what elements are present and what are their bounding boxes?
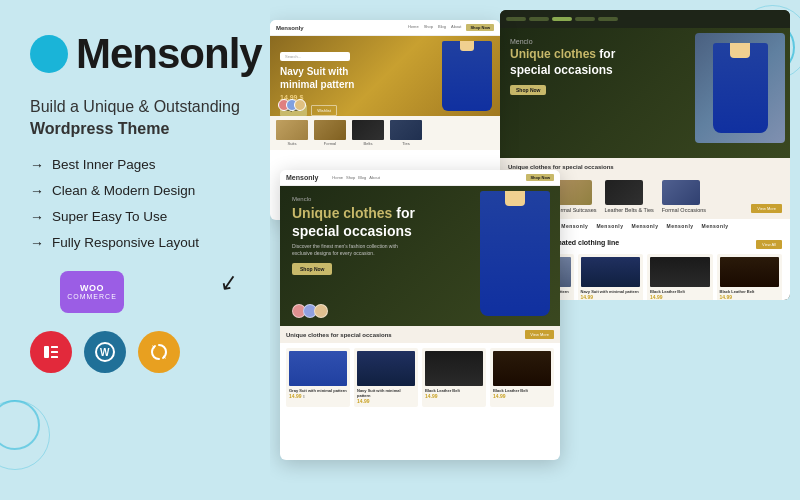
category-leather: Leather Belts & Ties [605, 180, 654, 213]
bot-products: Gray Suit with minimal pattern 14.99 $ N… [280, 343, 560, 412]
redux-icon [138, 331, 180, 373]
nav-dot [529, 17, 549, 21]
screenshot-nav [500, 10, 790, 28]
suit-image [695, 33, 785, 143]
bot-avatars [292, 304, 328, 318]
mid-cat-item: Suits [276, 120, 308, 146]
product-image [425, 351, 483, 386]
bot-nav-logo: Mensonly [286, 174, 318, 181]
arrow-icon: → [30, 209, 44, 225]
mid-search: Search... [280, 52, 350, 61]
nav-dot [575, 17, 595, 21]
product-image [720, 257, 780, 287]
mid-hero: Search... Navy Suit with minimal pattern… [270, 36, 500, 116]
bot-hero-cta[interactable]: Shop Now [292, 263, 332, 275]
product-image [357, 351, 415, 386]
bot-view-more[interactable]: View More [525, 330, 554, 339]
mid-cat-item: Formal [314, 120, 346, 146]
bot-hero-desc: Discover the finest men's fashion collec… [292, 243, 412, 257]
feature-item: → Best Inner Pages [30, 157, 260, 173]
woo-circle: WOO COMMERCE [60, 271, 124, 313]
avatar [294, 99, 306, 111]
feature-item: → Fully Responsive Layout [30, 235, 260, 251]
bot-cats-title: Unique clothes for special occasions [286, 332, 392, 338]
mid-nav-links: Home Shop Blog About Shop Now [408, 24, 494, 31]
nav-dot-active [552, 17, 572, 21]
bot-nav-links: Home Shop Blog About [332, 175, 379, 180]
bot-nav-cta[interactable]: Shop Now [526, 174, 554, 181]
hero-cta-button[interactable]: Shop Now [510, 85, 546, 95]
svg-rect-3 [51, 356, 58, 358]
product-image [289, 351, 347, 386]
logo-area: Mensonly [30, 30, 260, 78]
mid-suit-image [442, 41, 492, 111]
svg-text:W: W [100, 347, 110, 358]
product-card: Navy Suit with minimal pattern 14.99 [578, 254, 644, 300]
product-image [493, 351, 551, 386]
left-panel: Mensonly Build a Unique & Outstanding Wo… [0, 0, 290, 500]
cat-img [605, 180, 643, 205]
bot-hero: Menclo Unique clothes for special occasi… [280, 186, 560, 326]
hero-section-dark: Menclo Unique clothes for special occasi… [500, 28, 790, 158]
logo-text: Mensonly [76, 30, 262, 78]
view-more: View More [751, 204, 782, 213]
logo-circle [30, 35, 68, 73]
product-image [581, 257, 641, 287]
right-panel: Menclo Unique clothes for special occasi… [270, 0, 800, 500]
arrow-icon: → [30, 157, 44, 173]
feature-item: → Super Easy To Use [30, 209, 260, 225]
mid-cat-item: Ties [390, 120, 422, 146]
mid-categories: Suits Formal Belts Ties [270, 116, 500, 150]
svg-rect-0 [44, 346, 49, 358]
bot-products-row: Gray Suit with minimal pattern 14.99 $ N… [286, 348, 554, 407]
tagline-line2: Wordpress Theme [30, 118, 260, 140]
mid-nav: Mensonly Home Shop Blog About Shop Now [270, 20, 500, 36]
wordpress-icon: W [84, 331, 126, 373]
svg-rect-1 [51, 346, 58, 348]
product-card: Black Leather Belt 14.99 [422, 348, 486, 407]
category-formal: Formal Suitcases [554, 180, 597, 213]
bot-hero-title: Unique clothes for special occasions [292, 204, 422, 240]
screenshot-bottom: Mensonly Home Shop Blog About Shop Now M… [280, 170, 560, 460]
mid-cat-img [276, 120, 308, 140]
bot-suit-image [480, 191, 550, 316]
wishlist-button[interactable]: Wishlist [311, 105, 337, 116]
arrow-icon: → [30, 183, 44, 199]
plugin-icons: W [30, 331, 260, 373]
mid-avatars [278, 99, 306, 111]
product-card: Gray Suit with minimal pattern 14.99 $ [286, 348, 350, 407]
svg-rect-2 [51, 351, 58, 353]
nav-dot [598, 17, 618, 21]
bot-nav: Mensonly Home Shop Blog About Shop Now [280, 170, 560, 186]
suit-shape [713, 43, 768, 133]
category-occasions: Formal Occasions [662, 180, 706, 213]
nav-cta[interactable]: Shop Now [466, 24, 494, 31]
mid-hero-title: Navy Suit with minimal pattern [280, 65, 380, 91]
tagline-line1: Build a Unique & Outstanding [30, 98, 240, 115]
product-card: Navy Suit with minimal pattern 14.99 [354, 348, 418, 407]
bot-categories-section: Unique clothes for special occasions Vie… [280, 326, 560, 343]
tagline: Build a Unique & Outstanding Wordpress T… [30, 96, 260, 141]
mid-cat-item: Belts [352, 120, 384, 146]
feature-item: → Clean & Modern Design [30, 183, 260, 199]
view-all-button[interactable]: View All [756, 240, 782, 249]
features-list: → Best Inner Pages → Clean & Modern Desi… [30, 157, 260, 261]
product-card: Black Leather Belt 14.99 [717, 254, 783, 300]
mid-nav-logo: Mensonly [276, 25, 304, 31]
avatar [314, 304, 328, 318]
product-card: Black Leather Belt 14.99 [490, 348, 554, 407]
product-image [650, 257, 710, 287]
cat-img [662, 180, 700, 205]
hero-title: Unique clothes for special occasions [510, 47, 620, 78]
arrow-icon: → [30, 235, 44, 251]
elementor-icon [30, 331, 72, 373]
nav-dot [506, 17, 526, 21]
product-card: Black Leather Belt 14.99 [647, 254, 713, 300]
